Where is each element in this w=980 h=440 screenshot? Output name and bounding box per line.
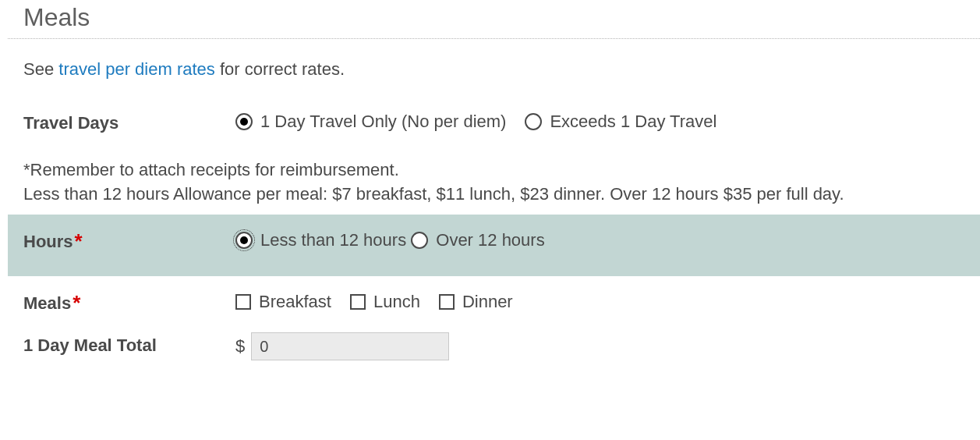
radio-label: 1 Day Travel Only (No per diem): [260, 110, 506, 134]
required-icon: *: [75, 229, 83, 253]
section-separator: [8, 38, 980, 39]
travel-days-row: Travel Days 1 Day Travel Only (No per di…: [23, 104, 980, 142]
intro-prefix: See: [23, 59, 58, 79]
radio-option-1day[interactable]: 1 Day Travel Only (No per diem): [235, 110, 506, 134]
note-line1: *Remember to attach receipts for reimbur…: [23, 158, 980, 183]
checkbox-option-breakfast[interactable]: Breakfast: [235, 290, 331, 314]
hours-label: Hours*: [23, 229, 235, 258]
hours-label-text: Hours: [23, 232, 73, 251]
meals-label: Meals*: [23, 290, 235, 320]
radio-icon: [235, 113, 253, 130]
radio-option-gt12[interactable]: Over 12 hours: [411, 229, 544, 253]
radio-option-exceeds[interactable]: Exceeds 1 Day Travel: [525, 110, 716, 134]
checkbox-icon: [439, 294, 455, 310]
required-icon: *: [73, 291, 80, 314]
currency-symbol: $: [235, 335, 245, 359]
allowance-note: *Remember to attach receipts for reimbur…: [23, 158, 980, 207]
hours-row: Hours* Less than 12 hours Over 12 hours: [8, 215, 980, 276]
checkbox-label: Breakfast: [259, 290, 331, 314]
meal-total-input[interactable]: [251, 332, 449, 360]
total-label: 1 Day Meal Total: [23, 332, 235, 358]
radio-icon: [411, 232, 428, 249]
checkbox-label: Dinner: [462, 290, 513, 314]
checkbox-option-dinner[interactable]: Dinner: [439, 290, 513, 314]
checkbox-option-lunch[interactable]: Lunch: [350, 290, 420, 314]
meals-row: Meals* Breakfast Lunch Dinner: [23, 284, 980, 326]
radio-label: Exceeds 1 Day Travel: [550, 110, 716, 134]
total-row: 1 Day Meal Total $: [23, 326, 980, 367]
checkbox-label: Lunch: [373, 290, 420, 314]
travel-days-label: Travel Days: [23, 110, 235, 136]
intro-text: See travel per diem rates for correct ra…: [23, 58, 980, 82]
radio-option-lt12[interactable]: Less than 12 hours: [235, 229, 406, 253]
checkbox-icon: [235, 294, 251, 310]
radio-label: Over 12 hours: [436, 229, 544, 253]
section-title: Meals: [8, 0, 980, 35]
meals-label-text: Meals: [23, 293, 71, 313]
note-line2: Less than 12 hours Allowance per meal: $…: [23, 183, 980, 207]
radio-icon: [235, 232, 253, 249]
per-diem-link[interactable]: travel per diem rates: [58, 59, 215, 79]
intro-suffix: for correct rates.: [215, 59, 345, 79]
checkbox-icon: [350, 294, 366, 310]
radio-label: Less than 12 hours: [260, 229, 406, 253]
radio-icon: [525, 113, 542, 130]
